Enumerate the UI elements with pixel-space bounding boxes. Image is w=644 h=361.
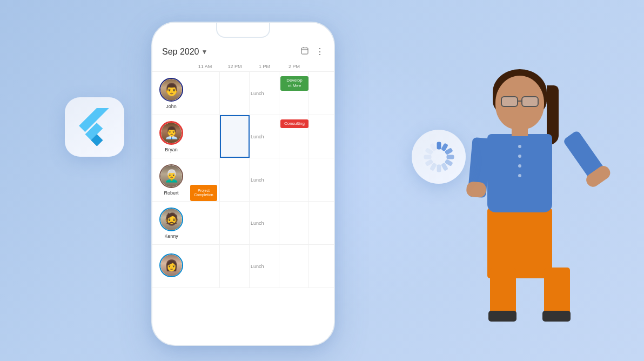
flutter-icon [65,97,124,157]
dropdown-arrow-icon: ▼ [202,48,208,56]
avatar-kenny: 🧔 [159,208,183,231]
svg-rect-0 [301,48,308,54]
glasses-bridge [518,101,521,102]
face [495,76,544,130]
avatar-face-kenny: 🧔 [160,209,182,230]
john-lunch-label: Lunch [251,91,264,96]
kenny-events: Lunch [190,202,334,244]
last-slot-11am [190,245,220,288]
time-12pm: 12 PM [220,62,250,71]
calendar-view-icon[interactable] [300,46,309,57]
avatar-last: 👩 [159,253,183,277]
robert-events: ProjectCompletion Lunch [190,158,334,201]
robert-lunch-label: Lunch [251,177,264,183]
bryan-slot-1pm: Lunch [250,115,279,158]
table-row: 👨 John Lunch Developnt Mee [152,72,334,115]
kenny-slot-12pm [220,202,250,244]
robert-project-event: ProjectCompletion [190,185,217,201]
robert-slot-12pm [220,158,250,201]
time-11am: 11 AM [190,62,220,71]
avatar-bryan: 👨‍💼 [159,121,183,145]
avatar-face-last: 👩 [160,255,182,276]
calendar-grid: 👨 John Lunch Developnt Mee [152,72,334,288]
avatar-face-robert: 👨‍🦳 [160,165,182,187]
svg-rect-13 [424,155,431,159]
time-1pm: 1 PM [250,62,279,71]
robert-slot-11am: ProjectCompletion [190,158,220,201]
kenny-lunch-label: Lunch [251,220,264,226]
person-robert: 👨‍🦳 Robert [152,158,190,201]
bryan-slot-2pm: Consulting [279,115,309,158]
person-name-kenny: Kenny [164,233,178,239]
last-slot-2pm [279,245,309,288]
kenny-slot-2pm [279,202,309,244]
person-john: 👨 John [152,72,190,115]
phone-notch [216,23,270,38]
john-development-event: Developnt Mee [280,76,308,91]
bryan-slot-11am [190,115,220,158]
avatar-robert: 👨‍🦳 [159,164,183,188]
kenny-slot-11am [190,202,220,244]
john-events: Lunch Developnt Mee [190,72,334,115]
robert-slot-2pm [279,158,309,201]
person-bryan: 👨‍💼 Bryan [152,115,190,158]
last-slot-12pm [220,245,250,288]
more-options-icon[interactable]: ⋮ [316,46,324,57]
bryan-events: Lunch Consulting [190,115,334,158]
spinner-icon [412,130,466,184]
svg-rect-10 [437,164,441,172]
time-header: 11 AM 12 PM 1 PM 2 PM [152,62,334,72]
john-slot-2pm: Developnt Mee [279,72,309,115]
calendar-header: Sep 2020 ▼ ⋮ [152,38,334,62]
person-name-john: John [166,104,177,109]
phone-screen: Sep 2020 ▼ ⋮ 11 [152,38,334,345]
bryan-consulting-event: Consulting [280,119,308,128]
avatar-face-john: 👨 [160,79,182,101]
hand-right [583,163,613,189]
glasses-right [521,96,539,107]
character-figure [428,43,617,346]
person-name-robert: Robert [164,190,178,196]
john-slot-11am [190,72,220,115]
table-row: 👨‍🦳 Robert ProjectCompletion Lunch [152,158,334,202]
john-slot-1pm: Lunch [250,72,279,115]
month-year-label: Sep 2020 [162,47,199,57]
torso [487,134,552,212]
last-lunch-label: Lunch [251,264,264,269]
person-last: 👩 [152,245,190,288]
calendar-actions: ⋮ [300,46,324,57]
kenny-slot-1pm: Lunch [250,202,279,244]
time-2pm: 2 PM [279,62,309,71]
calendar-title[interactable]: Sep 2020 ▼ [162,47,207,57]
table-row: 👨‍💼 Bryan Lunch Consulting [152,115,334,158]
robert-slot-1pm: Lunch [250,158,279,201]
last-slot-1pm: Lunch [250,245,279,288]
table-row: 🧔 Kenny Lunch [152,202,334,245]
arm-right [562,130,608,184]
avatar-john: 👨 [159,78,183,102]
person-kenny: 🧔 Kenny [152,202,190,244]
bryan-slot-12pm [220,115,250,158]
leg-left [490,268,516,322]
svg-rect-7 [446,155,454,159]
hand-left [466,181,486,198]
leg-right [544,268,570,322]
shoe-left [488,311,516,322]
john-slot-12pm [220,72,250,115]
glasses-left [501,96,518,107]
shoe-right [542,311,571,322]
spinner-circle [412,130,466,184]
person-name-bryan: Bryan [165,147,178,152]
scene: Sep 2020 ▼ ⋮ 11 [0,0,644,361]
last-events: Lunch [190,245,334,288]
avatar-face-bryan: 👨‍💼 [161,123,182,143]
phone-mockup: Sep 2020 ▼ ⋮ 11 [151,22,335,346]
table-row: 👩 Lunch [152,245,334,288]
bryan-lunch-label: Lunch [251,134,264,139]
neck [512,125,528,136]
svg-rect-4 [437,142,441,149]
